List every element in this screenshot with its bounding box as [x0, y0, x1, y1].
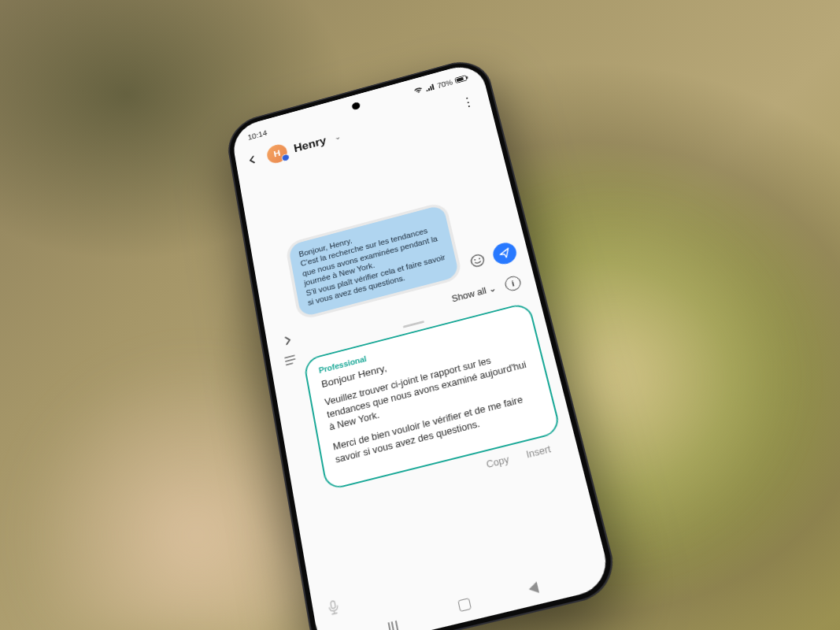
more-options-button[interactable]: ⋮ [457, 90, 479, 113]
status-time: 10:14 [247, 129, 268, 142]
chevron-down-icon[interactable]: ⌄ [334, 132, 342, 142]
info-button[interactable]: i [504, 274, 523, 292]
send-button[interactable] [490, 240, 518, 266]
nav-home-button[interactable] [457, 598, 472, 612]
photo-background: 10:14 70% [0, 0, 840, 630]
svg-point-4 [474, 258, 476, 260]
show-all-button[interactable]: Show all ⌄ [450, 283, 497, 304]
chevron-down-icon: ⌄ [487, 283, 498, 295]
battery-percent: 70% [436, 78, 453, 90]
svg-point-5 [479, 258, 480, 259]
insert-button[interactable]: Insert [525, 443, 552, 460]
svg-point-3 [470, 254, 485, 268]
wifi-icon [413, 86, 424, 96]
chat-area: Bonjour, Henry. C'est la recherche sur l… [239, 113, 605, 628]
nav-back-button[interactable] [527, 582, 539, 595]
phone-frame: 10:14 70% [224, 54, 621, 630]
show-all-label: Show all [450, 285, 487, 304]
collapse-suggestions-button[interactable] [278, 332, 297, 351]
battery-icon [454, 74, 469, 85]
svg-rect-9 [331, 601, 336, 609]
nav-recents-button[interactable] [387, 620, 401, 624]
svg-rect-7 [285, 358, 296, 361]
signal-icon [425, 83, 435, 93]
contact-name[interactable]: Henry [293, 135, 327, 154]
phone-screen: 10:14 70% [230, 61, 612, 630]
contact-avatar[interactable]: H [265, 142, 288, 165]
phone-device: 10:14 70% [224, 54, 621, 630]
svg-rect-6 [284, 354, 295, 358]
avatar-initial: H [273, 148, 282, 159]
back-button[interactable] [243, 148, 262, 172]
svg-rect-8 [286, 362, 294, 365]
emoji-button[interactable] [465, 249, 489, 272]
copy-button[interactable]: Copy [485, 454, 509, 471]
